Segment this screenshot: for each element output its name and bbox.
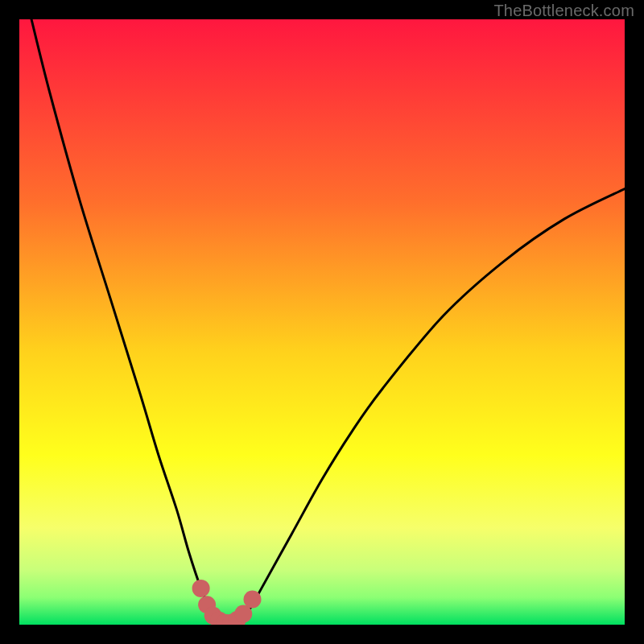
gradient-background [19,19,625,625]
marker-dot [192,580,210,597]
chart-frame [19,19,625,625]
bottleneck-chart [19,19,625,625]
watermark-text: TheBottleneck.com [493,2,634,20]
marker-dot [244,590,262,608]
